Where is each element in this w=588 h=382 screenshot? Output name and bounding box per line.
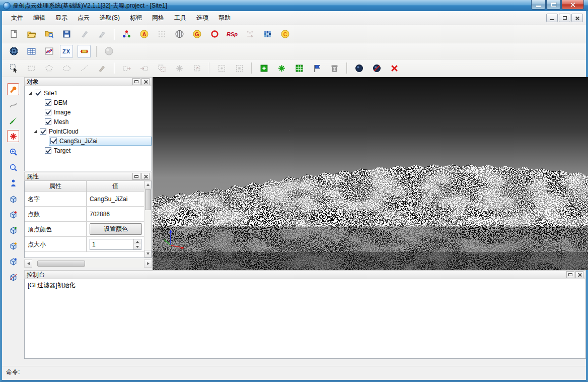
active-edit-tool-button[interactable] <box>7 83 19 95</box>
zoom-in-tool-button[interactable] <box>7 146 19 158</box>
draw-tool-2-button[interactable] <box>95 28 108 41</box>
property-value[interactable]: CangSu_JiZai <box>87 192 144 206</box>
tree-row-site1[interactable]: Site1 <box>25 88 152 98</box>
console-float-button[interactable] <box>566 271 574 278</box>
menu-options[interactable]: 选项 <box>191 12 213 24</box>
tree-checkbox[interactable] <box>35 90 41 96</box>
mdi-restore-button[interactable] <box>559 14 570 22</box>
zoom-region-button[interactable] <box>215 61 228 75</box>
zoom-tool-button[interactable] <box>7 161 19 173</box>
dart-tool-button[interactable] <box>7 114 19 126</box>
tree-checkbox[interactable] <box>45 118 51 125</box>
menu-file[interactable]: 文件 <box>6 12 28 24</box>
tree-row-target[interactable]: Target <box>25 146 152 155</box>
invert-selection-button[interactable] <box>155 61 168 75</box>
tree-row-mesh[interactable]: Mesh <box>25 117 152 126</box>
mdi-minimize-button[interactable] <box>546 14 558 22</box>
left-panel-horizontal-scrollbar[interactable] <box>24 260 152 268</box>
tree-expander[interactable] <box>29 91 34 95</box>
tree-checkbox[interactable] <box>50 138 57 144</box>
chart-view-button[interactable] <box>42 45 55 58</box>
globe-button[interactable] <box>7 45 20 58</box>
freehand-select-button[interactable] <box>95 61 108 75</box>
cancel-button[interactable] <box>388 61 401 75</box>
apply-selection-button[interactable] <box>257 61 270 75</box>
line-select-button[interactable] <box>78 61 91 75</box>
rgb-points-button[interactable] <box>120 28 133 41</box>
scroll-down-arrow[interactable] <box>144 250 152 258</box>
console-close-button[interactable] <box>575 271 583 278</box>
polygon-select-button[interactable] <box>42 61 55 75</box>
command-input[interactable] <box>23 369 586 376</box>
properties-close-button[interactable] <box>141 173 150 180</box>
scroll-up-arrow[interactable] <box>144 181 152 188</box>
flag-button[interactable] <box>310 61 323 75</box>
menu-target[interactable]: 标靶 <box>125 12 147 24</box>
open-project-button[interactable] <box>42 28 55 41</box>
denoise-tool-button[interactable] <box>7 130 19 142</box>
zoom-region-2-button[interactable] <box>233 61 246 75</box>
save-button[interactable] <box>60 28 73 41</box>
select-outside-button[interactable] <box>120 61 133 75</box>
menu-mesh[interactable]: 网格 <box>147 12 169 24</box>
view-back-button[interactable] <box>370 61 383 75</box>
console-log[interactable]: [GL过滤器]初始化 <box>24 279 586 359</box>
properties-float-button[interactable] <box>132 173 140 180</box>
annotation-a-button[interactable]: A <box>137 28 151 41</box>
locate-tool-button[interactable] <box>7 177 19 189</box>
tree-checkbox[interactable] <box>45 147 51 154</box>
tree-item-label[interactable]: CangSu_JiZai <box>59 138 97 145</box>
box-tool-6-button[interactable] <box>7 271 19 283</box>
tree-expander[interactable] <box>34 130 39 133</box>
draw-tool-1-button[interactable] <box>78 28 91 41</box>
mdi-close-button[interactable] <box>571 14 583 22</box>
delete-button[interactable] <box>328 61 341 75</box>
ellipse-select-button[interactable] <box>60 61 73 75</box>
view-front-button[interactable] <box>352 61 365 75</box>
tree-checkbox[interactable] <box>45 99 51 106</box>
tree-row-image[interactable]: Image <box>25 107 152 117</box>
curve-tool-button[interactable] <box>7 99 19 111</box>
open-file-button[interactable] <box>25 28 38 41</box>
box-tool-1-button[interactable] <box>7 193 19 205</box>
tree-item-label[interactable]: Mesh <box>54 118 68 125</box>
tree-item-label[interactable]: Target <box>54 147 70 154</box>
scroll-right-arrow[interactable] <box>144 260 152 268</box>
property-value[interactable]: 702886 <box>87 207 144 221</box>
tree-row-cangsu-jizai[interactable]: CangSu_JiZai <box>25 136 152 146</box>
set-color-button[interactable]: 设置颜色 <box>90 223 142 235</box>
annotation-c-button[interactable]: C <box>278 28 291 41</box>
annotation-g-button[interactable]: G <box>190 28 203 41</box>
point-size-input[interactable] <box>90 241 133 248</box>
green-star-button[interactable] <box>275 61 288 75</box>
spin-down-button[interactable] <box>134 244 141 249</box>
menu-select[interactable]: 选取(S) <box>95 12 125 24</box>
section-zx-button[interactable]: ZX <box>60 45 73 58</box>
tree-row-dem[interactable]: DEM <box>25 98 152 107</box>
green-grid-button[interactable] <box>292 61 306 75</box>
box-select-button[interactable] <box>190 61 203 75</box>
spin-up-button[interactable] <box>134 239 141 244</box>
color-grid-button[interactable] <box>261 28 274 41</box>
new-file-button[interactable] <box>7 28 20 41</box>
menu-help[interactable]: 帮助 <box>213 12 236 24</box>
select-cursor-button[interactable] <box>7 61 20 75</box>
viewport-3d[interactable] <box>153 77 588 270</box>
scroll-left-arrow[interactable] <box>24 260 32 268</box>
select-inside-button[interactable] <box>137 61 151 75</box>
box-tool-2-button[interactable] <box>7 208 19 220</box>
maximize-button[interactable] <box>546 0 561 10</box>
tree-item-label[interactable]: PointCloud <box>49 128 79 135</box>
scroll-thumb[interactable] <box>37 261 85 267</box>
table-view-button[interactable] <box>25 45 38 58</box>
objects-close-button[interactable] <box>141 78 150 85</box>
mesh-sphere-button[interactable] <box>173 28 186 41</box>
box-tool-4-button[interactable] <box>7 239 19 251</box>
scatter-arrows-button[interactable] <box>243 28 256 41</box>
point-grid-button[interactable] <box>155 28 168 41</box>
properties-vertical-scrollbar[interactable] <box>144 181 152 258</box>
sphere-view-button[interactable] <box>102 45 115 58</box>
minimize-button[interactable] <box>531 0 546 10</box>
rect-select-button[interactable] <box>25 61 38 75</box>
scroll-thumb[interactable] <box>145 189 151 210</box>
